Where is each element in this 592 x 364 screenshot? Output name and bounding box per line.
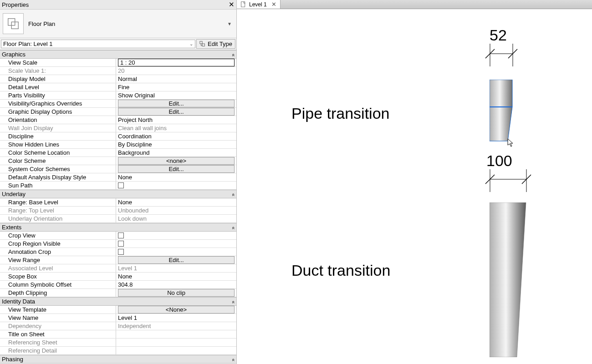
property-value[interactable] <box>116 330 236 338</box>
property-value[interactable] <box>116 248 236 256</box>
property-row: Underlay OrientationLook down <box>0 215 236 223</box>
property-value[interactable]: Edit... <box>116 100 236 107</box>
property-value[interactable]: Fine <box>116 83 236 91</box>
svg-rect-3 <box>202 44 204 46</box>
drawing-canvas[interactable]: 52 Pipe transition <box>237 9 592 364</box>
instance-row: Floor Plan: Level 1 ⌄ Edit Type <box>0 38 236 50</box>
property-row: System Color SchemesEdit... <box>0 165 236 173</box>
view-tab-level1[interactable]: Level 1 ✕ <box>237 0 281 9</box>
edit-type-icon <box>199 41 206 47</box>
property-value[interactable]: Edit... <box>116 256 236 264</box>
close-icon[interactable]: ✕ <box>229 0 235 9</box>
property-name: Display Model <box>3 76 46 82</box>
property-value[interactable]: Background <box>116 149 236 157</box>
dimension-line-duct <box>481 169 536 193</box>
value-button[interactable]: Edit... <box>118 108 235 116</box>
property-value[interactable] <box>116 182 236 189</box>
group-header[interactable]: Identity Data« <box>0 297 236 306</box>
property-value[interactable]: No clip <box>116 289 236 297</box>
property-row: Wall Join DisplayClean all wall joins <box>0 124 236 132</box>
property-row: View Scale1 : 20 <box>0 59 236 67</box>
property-row: Range: Top LevelUnbounded <box>0 207 236 215</box>
group-header[interactable]: Phasing« <box>0 355 236 364</box>
checkbox[interactable] <box>118 249 124 255</box>
property-value[interactable]: <none> <box>116 157 236 165</box>
properties-list[interactable]: Graphics«View Scale1 : 20Scale Value 1:2… <box>0 50 236 364</box>
property-value[interactable]: Show Original <box>116 91 236 99</box>
property-value[interactable]: Coordination <box>116 132 236 140</box>
group-name: Extents <box>2 224 21 231</box>
checkbox[interactable] <box>118 233 124 238</box>
label-duct-transition: Duct transition <box>291 262 390 279</box>
property-row: Parts VisibilityShow Original <box>0 91 236 100</box>
svg-rect-6 <box>241 2 245 7</box>
property-value[interactable]: By Discipline <box>116 141 236 148</box>
property-row: Display ModelNormal <box>0 75 236 83</box>
group-name: Graphics <box>2 51 26 58</box>
collapse-icon[interactable]: « <box>231 53 236 55</box>
property-name: Referencing Detail <box>3 347 57 354</box>
property-name: Visibility/Graphics Overrides <box>3 100 82 107</box>
property-value[interactable]: 1 : 20 <box>116 59 236 66</box>
instance-dropdown[interactable]: Floor Plan: Level 1 ⌄ <box>1 40 195 48</box>
properties-panel: Properties ✕ Floor Plan ▼ Floor Plan: Le… <box>0 0 237 364</box>
property-value[interactable]: None <box>116 173 236 181</box>
property-value[interactable]: 304.8 <box>116 281 236 288</box>
property-row: Crop View <box>0 232 236 240</box>
pipe-transition-element[interactable] <box>490 80 517 145</box>
checkbox[interactable] <box>118 241 124 247</box>
property-name: Show Hidden Lines <box>3 141 59 148</box>
property-row: Color Scheme<none> <box>0 157 236 165</box>
property-value: Independent <box>116 322 236 330</box>
tab-label: Level 1 <box>249 1 267 8</box>
group-header[interactable]: Graphics« <box>0 50 236 59</box>
property-name: Dependency <box>3 323 41 329</box>
property-row: Scope BoxNone <box>0 273 236 281</box>
duct-transition-element[interactable] <box>490 202 531 359</box>
type-name: Floor Plan <box>28 20 227 27</box>
property-name: View Name <box>3 314 38 321</box>
value-button[interactable]: No clip <box>118 289 235 297</box>
property-value[interactable]: None <box>116 198 236 206</box>
panel-title: Properties <box>2 1 29 8</box>
checkbox[interactable] <box>118 182 124 188</box>
property-name: Associated Level <box>3 265 53 272</box>
property-row: Column Symbolic Offset304.8 <box>0 281 236 289</box>
property-value[interactable] <box>116 232 236 239</box>
property-row: DisciplineCoordination <box>0 132 236 141</box>
edit-type-button[interactable]: Edit Type <box>196 39 235 49</box>
collapse-icon[interactable]: « <box>231 300 236 302</box>
value-input[interactable]: 1 : 20 <box>118 59 235 66</box>
property-value[interactable]: Edit... <box>116 108 236 116</box>
property-row: View RangeEdit... <box>0 256 236 264</box>
collapse-icon[interactable]: « <box>231 358 236 360</box>
property-value[interactable]: None <box>116 273 236 280</box>
type-selector[interactable]: Floor Plan ▼ <box>0 10 236 38</box>
group-header[interactable]: Underlay« <box>0 190 236 198</box>
dimension-value-duct: 100 <box>486 152 512 170</box>
value-button[interactable]: Edit... <box>118 256 235 264</box>
property-value[interactable]: Project North <box>116 116 236 124</box>
collapse-icon[interactable]: « <box>231 226 236 228</box>
property-name: Annotation Crop <box>3 248 51 255</box>
property-name: View Template <box>3 306 46 313</box>
property-value[interactable]: Normal <box>116 75 236 83</box>
property-name: Color Scheme Location <box>3 149 70 156</box>
property-value[interactable]: Level 1 <box>116 314 236 322</box>
property-row: Sun Path <box>0 182 236 190</box>
value-button[interactable]: <none> <box>118 157 235 165</box>
value-button[interactable]: Edit... <box>118 100 235 107</box>
collapse-icon[interactable]: « <box>231 193 236 195</box>
property-value[interactable]: Edit... <box>116 165 236 173</box>
property-name: Scale Value 1: <box>3 67 46 74</box>
property-row: Color Scheme LocationBackground <box>0 149 236 157</box>
value-button[interactable]: <None> <box>118 306 235 313</box>
close-icon[interactable]: ✕ <box>271 1 276 8</box>
value-button[interactable]: Edit... <box>118 165 235 173</box>
group-header[interactable]: Extents« <box>0 223 236 232</box>
property-value[interactable] <box>116 240 236 248</box>
property-value[interactable]: <None> <box>116 306 236 313</box>
property-row: View NameLevel 1 <box>0 314 236 322</box>
chevron-down-icon: ⌄ <box>189 41 193 46</box>
group-name: Underlay <box>2 191 26 197</box>
